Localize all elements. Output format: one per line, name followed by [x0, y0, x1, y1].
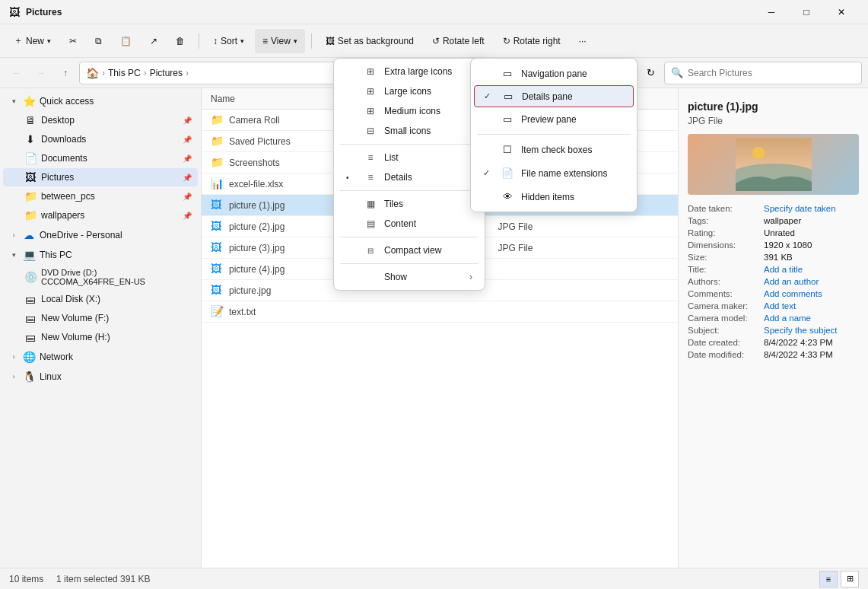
search-input[interactable]	[688, 68, 855, 78]
sidebar-item-pictures[interactable]: 🖼 Pictures 📌	[3, 168, 198, 186]
rotate-right-icon: ↻	[503, 36, 510, 46]
file-name: Saved Pictures	[229, 136, 291, 147]
sidebar-item-dvd[interactable]: 💿 DVD Drive (D:) CCCOMA_X64FRE_EN-US	[3, 265, 198, 289]
sidebar-item-network[interactable]: › 🌐 Network	[3, 348, 198, 366]
minimize-button[interactable]: ─	[754, 0, 789, 24]
show-item-checkboxes[interactable]: ☐ Item check boxes	[471, 138, 637, 161]
view-large[interactable]: ⊞ Large icons	[334, 81, 485, 101]
details-value-datetaken[interactable]: Specify date taken	[764, 204, 859, 213]
close-button[interactable]: ✕	[824, 0, 859, 24]
details-value-cameramaker[interactable]: Add text	[764, 301, 859, 310]
view-show[interactable]: Show	[334, 267, 485, 287]
newf-label: New Volume (F:)	[41, 313, 109, 323]
sidebar-item-newf[interactable]: 🖴 New Volume (F:)	[3, 309, 198, 327]
rotate-right-button[interactable]: ↻ Rotate right	[495, 29, 568, 53]
sidebar-item-newh[interactable]: 🖴 New Volume (H:)	[3, 328, 198, 346]
onedrive-label: OneDrive - Personal	[40, 230, 122, 240]
sidebar-item-wallpapers[interactable]: 📁 wallpapers 📌	[3, 206, 198, 224]
breadcrumb-thispc[interactable]: This PC	[108, 68, 141, 78]
window-controls: ─ □ ✕	[754, 0, 859, 24]
sidebar-item-onedrive[interactable]: › ☁ OneDrive - Personal	[3, 226, 198, 244]
large-icons-toggle[interactable]: ⊞	[841, 571, 859, 587]
svg-point-2	[752, 147, 765, 159]
status-bar: 10 items 1 item selected 391 KB ≡ ⊞	[0, 568, 868, 589]
refresh-button[interactable]: ↻	[640, 62, 661, 84]
details-value-cameramodel[interactable]: Add a name	[764, 314, 859, 323]
view-small[interactable]: ⊟ Small icons	[334, 121, 485, 141]
file-icon: 📁	[211, 113, 224, 127]
show-details-pane[interactable]: ✓ ▭ Details pane	[474, 85, 634, 107]
sidebar-item-downloads[interactable]: ⬇ Downloads 📌	[3, 130, 198, 148]
thumbnail-image	[736, 138, 812, 191]
search-box[interactable]: 🔍	[664, 62, 862, 84]
linux-icon: 🐧	[23, 371, 35, 383]
preview-pane-icon: ▭	[501, 113, 513, 125]
set-background-button[interactable]: 🖼 Set as background	[318, 29, 421, 53]
copy-button[interactable]: ⧉	[87, 29, 110, 53]
forward-button[interactable]: →	[30, 62, 52, 84]
breadcrumb-pictures[interactable]: Pictures	[150, 68, 183, 78]
back-button[interactable]: ←	[6, 62, 27, 84]
new-icon: ＋	[14, 34, 23, 47]
sidebar-item-desktop[interactable]: 🖥 Desktop 📌	[3, 111, 198, 129]
details-value-authors[interactable]: Add an author	[764, 277, 859, 286]
show-hidden-items[interactable]: 👁 Hidden items	[471, 185, 637, 209]
table-row[interactable]: 📝 text.txt	[202, 301, 678, 323]
sidebar-item-quick-access[interactable]: ▾ ⭐ Quick access	[3, 92, 198, 110]
sidebar-item-localx[interactable]: 🖴 Local Disk (X:)	[3, 290, 198, 308]
network-section: › 🌐 Network	[0, 348, 201, 366]
view-details[interactable]: • ≡ Details	[334, 167, 485, 187]
show-preview-pane[interactable]: ▭ Preview pane	[471, 107, 637, 131]
details-label-tags: Tags:	[688, 216, 764, 225]
rotate-left-button[interactable]: ↺ Rotate left	[424, 29, 492, 53]
view-compact[interactable]: ⊟ Compact view	[334, 240, 485, 260]
details-row-cameramodel: Camera model: Add a name	[688, 314, 859, 323]
view-button[interactable]: ≡ View ▾	[255, 29, 305, 53]
sidebar-item-linux[interactable]: › 🐧 Linux	[3, 368, 198, 386]
file-icon: 🖼	[211, 199, 224, 212]
details-label-datemodified: Date modified:	[688, 350, 764, 359]
view-tiles[interactable]: ▦ Tiles	[334, 194, 485, 214]
view-extra-large[interactable]: ⊞ Extra large icons	[334, 62, 485, 81]
list-icon: ≡	[364, 152, 377, 163]
sort-button[interactable]: ↕ Sort ▾	[205, 29, 252, 53]
sidebar-item-between-pcs[interactable]: 📁 between_pcs 📌	[3, 187, 198, 205]
quick-access-section: ▾ ⭐ Quick access 🖥 Desktop 📌 ⬇ Downloads…	[0, 92, 201, 224]
share-button[interactable]: ↗	[142, 29, 165, 53]
details-value-title[interactable]: Add a title	[764, 265, 859, 274]
new-button[interactable]: ＋ New ▾	[6, 29, 59, 53]
cut-button[interactable]: ✂	[62, 29, 84, 53]
sort-chevron-icon: ▾	[240, 37, 244, 45]
paste-button[interactable]: 📋	[113, 29, 139, 53]
delete-button[interactable]: 🗑	[168, 29, 192, 53]
view-list[interactable]: ≡ List	[334, 148, 485, 167]
view-content[interactable]: ▤ Content	[334, 214, 485, 234]
show-file-extensions[interactable]: ✓ 📄 File name extensions	[471, 161, 637, 185]
up-button[interactable]: ↑	[55, 62, 76, 84]
more-button[interactable]: ···	[571, 29, 594, 53]
separator-2	[340, 190, 479, 191]
details-value-comments[interactable]: Add comments	[764, 289, 859, 298]
toolbar-separator-2	[311, 33, 312, 49]
file-icon: 🖼	[211, 241, 224, 255]
delete-icon: 🗑	[176, 36, 185, 46]
details-view-toggle[interactable]: ≡	[819, 571, 838, 587]
pin-icon-3: 📌	[183, 154, 192, 163]
file-icon: 📁	[211, 156, 224, 170]
details-value-datecreated: 8/4/2022 4:23 PM	[764, 338, 859, 347]
details-row-datecreated: Date created: 8/4/2022 4:23 PM	[688, 338, 859, 347]
file-name: picture (4).jpg	[229, 264, 285, 275]
details-value-tags: wallpaper	[764, 216, 859, 225]
separator-3	[340, 237, 479, 237]
window-title: Pictures	[26, 7, 62, 18]
details-value-subject[interactable]: Specify the subject	[764, 326, 859, 335]
separator-1	[340, 144, 479, 145]
show-nav-pane[interactable]: ▭ Navigation pane	[471, 62, 637, 85]
documents-label: Documents	[41, 153, 87, 164]
details-label-subject: Subject:	[688, 326, 764, 335]
sidebar-item-thispc[interactable]: ▾ 💻 This PC	[3, 246, 198, 264]
file-name: text.txt	[229, 307, 256, 317]
sidebar-item-documents[interactable]: 📄 Documents 📌	[3, 149, 198, 167]
maximize-button[interactable]: □	[789, 0, 824, 24]
view-medium[interactable]: ⊞ Medium icons	[334, 101, 485, 121]
